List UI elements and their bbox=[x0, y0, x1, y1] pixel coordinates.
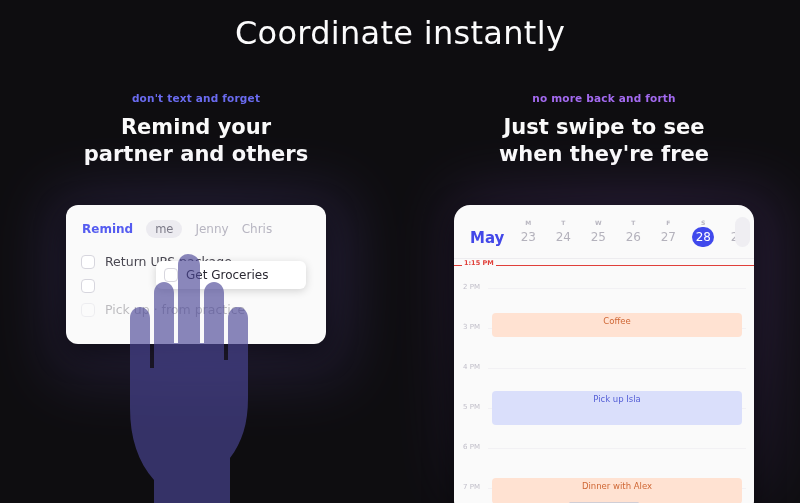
hour-label: 7 PM bbox=[463, 483, 480, 491]
subtitle-right-line1: Just swipe to see bbox=[499, 114, 709, 141]
calendar-month[interactable]: May bbox=[470, 229, 504, 247]
subtitle-right-line2: when they're free bbox=[499, 141, 709, 168]
hour-label: 3 PM bbox=[463, 323, 480, 331]
checkbox-icon[interactable] bbox=[164, 268, 178, 282]
floating-task[interactable]: Get Groceries bbox=[156, 261, 306, 289]
day-col[interactable]: F27 bbox=[657, 219, 679, 247]
page-headline: Coordinate instantly bbox=[0, 0, 800, 52]
remind-tabs: Remind me Jenny Chris bbox=[66, 205, 326, 250]
day-col[interactable]: M23 bbox=[517, 219, 539, 247]
subtitle-left-line1: Remind your bbox=[84, 114, 308, 141]
hour-label: 6 PM bbox=[463, 443, 480, 451]
column-left: don't text and forget Remind your partne… bbox=[32, 92, 360, 344]
now-line bbox=[454, 265, 754, 266]
calendar-header: May M23 T24 W25 T26 F27 S28 S29 bbox=[454, 205, 754, 258]
calendar-card: May M23 T24 W25 T26 F27 S28 S29 1:15 PM bbox=[454, 205, 754, 503]
tab-me[interactable]: me bbox=[146, 220, 182, 238]
event-pickup[interactable]: Pick up Isla bbox=[492, 391, 742, 425]
scroll-thumb[interactable] bbox=[735, 217, 750, 247]
checkbox-icon[interactable] bbox=[81, 279, 95, 293]
checkbox-icon[interactable] bbox=[81, 303, 95, 317]
event-coffee[interactable]: Coffee bbox=[492, 313, 742, 337]
subtitle-left-line2: partner and others bbox=[84, 141, 308, 168]
hour-label: 5 PM bbox=[463, 403, 480, 411]
columns: don't text and forget Remind your partne… bbox=[0, 52, 800, 503]
eyebrow-left: don't text and forget bbox=[132, 92, 260, 104]
tab-chris[interactable]: Chris bbox=[242, 222, 273, 236]
calendar-schedule[interactable]: 1:15 PM 2 PM 3 PM 4 PM 5 PM 6 PM 7 PM bbox=[454, 258, 754, 503]
remind-card: Remind me Jenny Chris Return UPS package bbox=[66, 205, 326, 344]
task-row[interactable]: Pick up · from practice bbox=[81, 298, 311, 322]
subtitle-right: Just swipe to see when they're free bbox=[499, 114, 709, 169]
grid-line bbox=[488, 368, 746, 369]
column-right: no more back and forth Just swipe to see… bbox=[440, 92, 768, 503]
tab-jenny[interactable]: Jenny bbox=[195, 222, 228, 236]
page: Coordinate instantly don't text and forg… bbox=[0, 0, 800, 503]
time-column: 2 PM 3 PM 4 PM 5 PM 6 PM 7 PM bbox=[454, 259, 488, 503]
day-col-selected[interactable]: S28 bbox=[692, 219, 714, 247]
subtitle-left: Remind your partner and others bbox=[84, 114, 308, 169]
eyebrow-right: no more back and forth bbox=[532, 92, 676, 104]
floating-task-label: Get Groceries bbox=[186, 268, 268, 282]
checkbox-icon[interactable] bbox=[81, 255, 95, 269]
calendar-days-row: M23 T24 W25 T26 F27 S28 S29 bbox=[517, 219, 749, 247]
day-col[interactable]: T24 bbox=[552, 219, 574, 247]
hour-label: 2 PM bbox=[463, 283, 480, 291]
remind-label: Remind bbox=[82, 222, 133, 236]
event-dinner[interactable]: Dinner with Alex bbox=[492, 478, 742, 503]
task-label: Pick up · from practice bbox=[105, 302, 245, 317]
hour-label: 4 PM bbox=[463, 363, 480, 371]
grid-line bbox=[488, 448, 746, 449]
day-col[interactable]: W25 bbox=[587, 219, 609, 247]
day-col[interactable]: T26 bbox=[622, 219, 644, 247]
grid-line bbox=[488, 288, 746, 289]
